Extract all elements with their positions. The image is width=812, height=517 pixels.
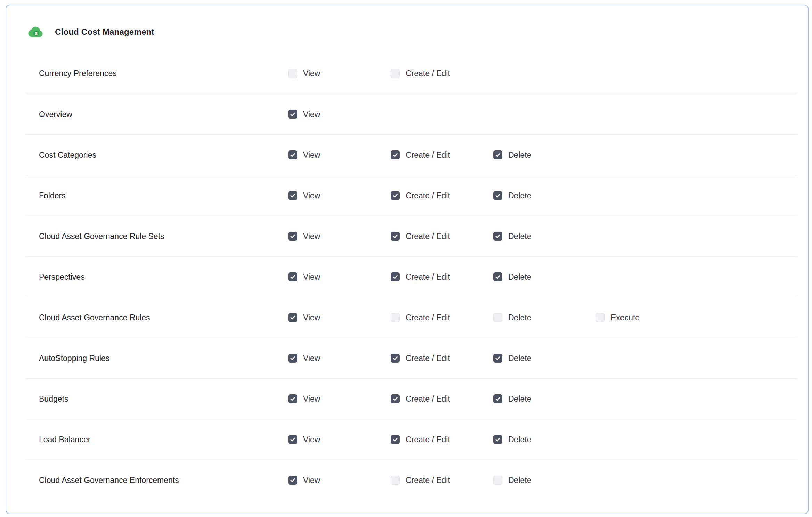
create-edit-checkbox[interactable] bbox=[391, 394, 400, 403]
view-checkbox[interactable] bbox=[288, 313, 297, 322]
view-checkbox[interactable] bbox=[288, 232, 297, 241]
permission-label: Create / Edit bbox=[406, 354, 450, 363]
delete-checkbox[interactable] bbox=[493, 354, 502, 363]
permission-label: Execute bbox=[611, 313, 640, 322]
permission-create-edit[interactable]: Create / Edit bbox=[391, 150, 493, 160]
permission-create-edit[interactable]: Create / Edit bbox=[391, 313, 493, 322]
permission-cells: View Create / Edit bbox=[288, 69, 797, 78]
permission-create-edit[interactable]: Create / Edit bbox=[391, 435, 493, 444]
permission-delete[interactable]: Delete bbox=[493, 394, 596, 404]
view-checkbox[interactable] bbox=[288, 110, 297, 119]
permission-create-edit[interactable]: Create / Edit bbox=[391, 354, 493, 363]
permission-label: Create / Edit bbox=[406, 232, 450, 241]
permission-row-overview: Overview View bbox=[26, 94, 797, 134]
permission-cells: View Create / Edit Delete Execute bbox=[288, 313, 797, 322]
permission-delete[interactable]: Delete bbox=[493, 191, 596, 200]
permission-label: Delete bbox=[508, 191, 531, 200]
permission-view[interactable]: View bbox=[288, 272, 391, 282]
view-checkbox[interactable] bbox=[288, 69, 297, 78]
permission-label: Create / Edit bbox=[406, 394, 450, 404]
delete-checkbox[interactable] bbox=[493, 191, 502, 200]
permission-label: View bbox=[303, 354, 320, 363]
permission-label: Delete bbox=[508, 272, 531, 282]
permission-execute[interactable]: Execute bbox=[596, 313, 698, 322]
permission-view[interactable]: View bbox=[288, 232, 391, 241]
permission-delete[interactable]: Delete bbox=[493, 313, 596, 322]
create-edit-checkbox[interactable] bbox=[391, 232, 400, 241]
permission-view[interactable]: View bbox=[288, 313, 391, 322]
create-edit-checkbox[interactable] bbox=[391, 476, 400, 485]
permission-row-budgets: Budgets View Create / Edit Delete bbox=[26, 378, 797, 419]
permission-view[interactable]: View bbox=[288, 394, 391, 404]
permission-cells: View Create / Edit Delete bbox=[288, 394, 797, 404]
resource-label: Cloud Asset Governance Rules bbox=[26, 313, 288, 322]
view-checkbox[interactable] bbox=[288, 272, 297, 281]
permission-row-cloud-asset-governance-rules: Cloud Asset Governance Rules View Create… bbox=[26, 297, 797, 338]
permission-view[interactable]: View bbox=[288, 150, 391, 160]
permission-view[interactable]: View bbox=[288, 69, 391, 78]
permission-row-cloud-asset-governance-enforcements: Cloud Asset Governance Enforcements View… bbox=[26, 460, 797, 500]
view-checkbox[interactable] bbox=[288, 476, 297, 485]
permission-row-cost-categories: Cost Categories View Create / Edit Delet… bbox=[26, 134, 797, 175]
view-checkbox[interactable] bbox=[288, 354, 297, 363]
create-edit-checkbox[interactable] bbox=[391, 150, 400, 159]
permission-label: View bbox=[303, 435, 320, 444]
execute-checkbox[interactable] bbox=[596, 313, 605, 322]
resource-label: Load Balancer bbox=[26, 435, 288, 444]
permission-create-edit[interactable]: Create / Edit bbox=[391, 394, 493, 404]
permission-label: View bbox=[303, 394, 320, 404]
permission-create-edit[interactable]: Create / Edit bbox=[391, 232, 493, 241]
create-edit-checkbox[interactable] bbox=[391, 272, 400, 281]
create-edit-checkbox[interactable] bbox=[391, 435, 400, 444]
svg-text:$: $ bbox=[35, 31, 37, 36]
permission-cells: View Create / Edit Delete bbox=[288, 476, 797, 485]
module-header: $ Cloud Cost Management bbox=[6, 5, 808, 40]
permission-view[interactable]: View bbox=[288, 476, 391, 485]
permission-row-load-balancer: Load Balancer View Create / Edit Delete bbox=[26, 419, 797, 460]
permission-delete[interactable]: Delete bbox=[493, 232, 596, 241]
resource-label: Budgets bbox=[26, 394, 288, 404]
permission-delete[interactable]: Delete bbox=[493, 476, 596, 485]
permission-delete[interactable]: Delete bbox=[493, 272, 596, 282]
permission-label: View bbox=[303, 272, 320, 282]
view-checkbox[interactable] bbox=[288, 191, 297, 200]
permission-view[interactable]: View bbox=[288, 110, 391, 119]
delete-checkbox[interactable] bbox=[493, 435, 502, 444]
delete-checkbox[interactable] bbox=[493, 232, 502, 241]
permission-create-edit[interactable]: Create / Edit bbox=[391, 272, 493, 282]
delete-checkbox[interactable] bbox=[493, 272, 502, 281]
permission-delete[interactable]: Delete bbox=[493, 354, 596, 363]
resource-label: Perspectives bbox=[26, 272, 288, 282]
permission-view[interactable]: View bbox=[288, 191, 391, 200]
permission-label: Create / Edit bbox=[406, 272, 450, 282]
permission-cells: View Create / Edit Delete bbox=[288, 150, 797, 160]
permission-view[interactable]: View bbox=[288, 354, 391, 363]
permission-label: Delete bbox=[508, 354, 531, 363]
permission-label: View bbox=[303, 313, 320, 322]
permission-label: Delete bbox=[508, 313, 531, 322]
view-checkbox[interactable] bbox=[288, 394, 297, 403]
create-edit-checkbox[interactable] bbox=[391, 191, 400, 200]
permission-label: Delete bbox=[508, 232, 531, 241]
permission-label: Create / Edit bbox=[406, 191, 450, 200]
permission-create-edit[interactable]: Create / Edit bbox=[391, 191, 493, 200]
create-edit-checkbox[interactable] bbox=[391, 354, 400, 363]
permission-view[interactable]: View bbox=[288, 435, 391, 444]
permission-label: View bbox=[303, 69, 320, 78]
permission-label: Create / Edit bbox=[406, 476, 450, 485]
create-edit-checkbox[interactable] bbox=[391, 313, 400, 322]
delete-checkbox[interactable] bbox=[493, 150, 502, 159]
view-checkbox[interactable] bbox=[288, 435, 297, 444]
permission-delete[interactable]: Delete bbox=[493, 150, 596, 160]
permission-create-edit[interactable]: Create / Edit bbox=[391, 69, 493, 78]
permission-label: View bbox=[303, 150, 320, 160]
delete-checkbox[interactable] bbox=[493, 394, 502, 403]
permission-row-perspectives: Perspectives View Create / Edit Delete bbox=[26, 256, 797, 297]
delete-checkbox[interactable] bbox=[493, 313, 502, 322]
create-edit-checkbox[interactable] bbox=[391, 69, 400, 78]
view-checkbox[interactable] bbox=[288, 150, 297, 159]
permission-create-edit[interactable]: Create / Edit bbox=[391, 476, 493, 485]
permission-label: Create / Edit bbox=[406, 313, 450, 322]
delete-checkbox[interactable] bbox=[493, 476, 502, 485]
permission-delete[interactable]: Delete bbox=[493, 435, 596, 444]
